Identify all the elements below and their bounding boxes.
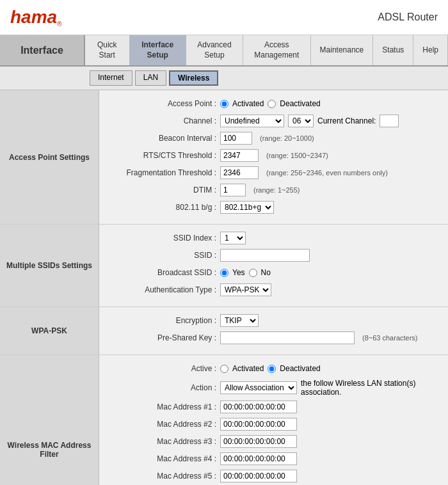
enc-row: Encryption : TKIP xyxy=(108,314,439,328)
broadcast-yes-text: Yes xyxy=(232,268,245,277)
frag-label: Fragmentation Threshold : xyxy=(108,168,220,177)
psk-control: (8~63 characters) xyxy=(220,331,439,344)
dtim-note: (range: 1~255) xyxy=(253,186,300,194)
psk-row: Pre-Shared Key : (8~63 characters) xyxy=(108,331,439,345)
mac4-label: Mac Address #4 : xyxy=(108,454,220,463)
rts-input[interactable] xyxy=(220,149,259,162)
current-channel-value[interactable] xyxy=(380,115,399,127)
mac-filter-label: Wireless MAC Address Filter xyxy=(0,355,99,485)
sub-tab-internet[interactable]: Internet xyxy=(90,70,132,86)
tab-help[interactable]: Help xyxy=(413,35,448,65)
active-label: Active : xyxy=(108,364,220,373)
mac4-row: Mac Address #4 : xyxy=(108,452,439,466)
ap-activated-radio[interactable] xyxy=(220,100,228,108)
broadcast-no-text: No xyxy=(261,268,271,277)
dtim-row: DTIM : (range: 1~255) xyxy=(108,183,439,197)
enc-select[interactable]: TKIP xyxy=(220,314,259,327)
psk-input[interactable] xyxy=(220,331,355,344)
active-deactivated-radio[interactable] xyxy=(268,365,276,373)
broadcast-control: Yes No xyxy=(220,268,439,277)
tab-quick-start[interactable]: Quick Start xyxy=(85,35,130,65)
content: Access Point Settings Access Point : Act… xyxy=(0,90,448,485)
ssid-input[interactable] xyxy=(220,249,310,262)
channel-row: Channel : Undefined 06 Current Channel: xyxy=(108,114,439,128)
mac2-input[interactable] xyxy=(220,418,297,431)
beacon-note: (range: 20~1000) xyxy=(260,134,314,142)
ssid-index-control: 1 xyxy=(220,232,439,244)
dot11-select[interactable]: 802.11b+g xyxy=(220,201,274,214)
action-select[interactable]: Allow Association xyxy=(220,381,297,394)
enc-label: Encryption : xyxy=(108,316,220,325)
rts-label: RTS/CTS Threshold : xyxy=(108,151,220,160)
mac5-row: Mac Address #5 : xyxy=(108,469,439,483)
frag-input[interactable] xyxy=(220,166,259,179)
ssid-control xyxy=(220,249,439,262)
wpa-psk-label: WPA-PSK xyxy=(0,307,99,354)
sub-tab-wireless[interactable]: Wireless xyxy=(169,70,218,86)
channel-num-select[interactable]: 06 xyxy=(288,115,314,127)
tab-access-management[interactable]: Access Management xyxy=(243,35,311,65)
channel-select[interactable]: Undefined xyxy=(220,115,284,127)
ap-deactivated-radio[interactable] xyxy=(268,100,276,108)
ssid-row: SSID : xyxy=(108,248,439,262)
enc-control: TKIP xyxy=(220,314,439,327)
mac5-control xyxy=(220,470,439,482)
mac1-row: Mac Address #1 : xyxy=(108,400,439,414)
current-channel-label: Current Channel: xyxy=(317,116,376,125)
broadcast-no-radio[interactable] xyxy=(249,269,257,277)
tab-status[interactable]: Status xyxy=(373,35,413,65)
rts-note: (range: 1500~2347) xyxy=(266,152,328,159)
action-note: the follow Wireless LAN station(s) assoc… xyxy=(301,379,439,397)
logo: hama xyxy=(10,7,57,27)
rts-control: (range: 1500~2347) xyxy=(220,149,439,162)
frag-control: (range: 256~2346, even numbers only) xyxy=(220,166,439,179)
action-control: Allow Association the follow Wireless LA… xyxy=(220,379,439,397)
dot11-control: 802.11b+g xyxy=(220,201,439,214)
tab-maintenance[interactable]: Maintenance xyxy=(311,35,374,65)
mac1-label: Mac Address #1 : xyxy=(108,402,220,411)
mac3-control xyxy=(220,435,439,448)
access-point-row: Access Point : Activated Deactivated xyxy=(108,97,439,111)
channel-label: Channel : xyxy=(108,116,220,125)
mac5-label: Mac Address #5 : xyxy=(108,472,220,481)
wpa-psk-body: Encryption : TKIP Pre-Shared Key : (8~63… xyxy=(99,307,448,354)
action-label: Action : xyxy=(108,383,220,392)
tab-interface-setup[interactable]: Interface Setup xyxy=(130,35,186,65)
action-row: Action : Allow Association the follow Wi… xyxy=(108,379,439,397)
dtim-label: DTIM : xyxy=(108,186,220,195)
ssid-index-select[interactable]: 1 xyxy=(220,232,246,244)
dot11-row: 802.11 b/g : 802.11b+g xyxy=(108,200,439,214)
header: hama® ADSL Router xyxy=(0,0,448,35)
auth-select[interactable]: WPA-PSK xyxy=(220,283,271,296)
mac5-input[interactable] xyxy=(220,470,297,482)
mac1-input[interactable] xyxy=(220,401,297,413)
broadcast-yes-radio[interactable] xyxy=(220,269,228,277)
beacon-control: (range: 20~1000) xyxy=(220,132,439,145)
beacon-label: Beacon Interval : xyxy=(108,134,220,143)
dtim-input[interactable] xyxy=(220,184,246,196)
mac3-input[interactable] xyxy=(220,435,297,448)
mac4-input[interactable] xyxy=(220,452,297,465)
ap-activated-text: Activated xyxy=(232,99,264,108)
frag-note: (range: 256~2346, even numbers only) xyxy=(266,169,388,177)
active-activated-radio[interactable] xyxy=(220,365,228,373)
mac2-control xyxy=(220,418,439,431)
tab-advanced-setup[interactable]: Advanced Setup xyxy=(186,35,243,65)
ssid-index-label: SSID Index : xyxy=(108,234,220,242)
dot11-label: 802.11 b/g : xyxy=(108,203,220,212)
mac2-row: Mac Address #2 : xyxy=(108,417,439,431)
access-point-body: Access Point : Activated Deactivated Cha… xyxy=(99,90,448,224)
sub-nav: Internet LAN Wireless xyxy=(0,67,448,90)
active-deactivated-text: Deactivated xyxy=(280,364,320,373)
mac1-control xyxy=(220,401,439,413)
active-row: Active : Activated Deactivated xyxy=(108,362,439,376)
sub-tab-lan[interactable]: LAN xyxy=(135,70,166,86)
active-control: Activated Deactivated xyxy=(220,364,439,373)
frag-row: Fragmentation Threshold : (range: 256~23… xyxy=(108,166,439,180)
ap-deactivated-text: Deactivated xyxy=(280,99,320,108)
beacon-input[interactable] xyxy=(220,132,252,145)
access-point-control: Activated Deactivated xyxy=(220,99,439,108)
nav-tabs: Quick Start Interface Setup Advanced Set… xyxy=(85,35,448,65)
mac-filter-body: Active : Activated Deactivated Action : … xyxy=(99,355,448,485)
mac3-label: Mac Address #3 : xyxy=(108,437,220,446)
